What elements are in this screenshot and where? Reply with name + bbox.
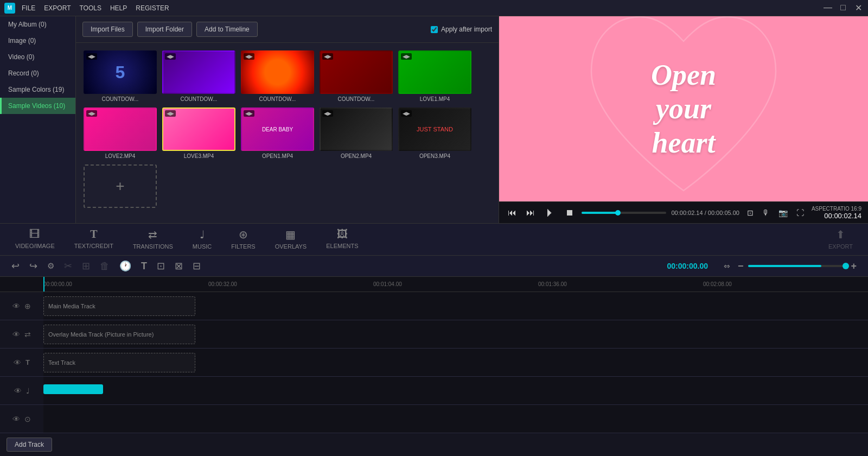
menu-file[interactable]: FILE	[22, 4, 35, 12]
list-item[interactable]: ◀▶ OPEN2.MP4	[320, 107, 393, 159]
close-icon[interactable]: ✕	[853, 3, 864, 13]
apply-checkbox-input[interactable]	[431, 26, 438, 33]
list-item[interactable]: ◀▶ COUNTDOW...	[162, 50, 235, 102]
aspect-label: ASPECTRATIO 16:9	[812, 206, 861, 212]
sidebar-item-samplecolors[interactable]: Sample Colors (19)	[0, 81, 75, 98]
list-item[interactable]: ◀▶ LOVE1.MP4	[398, 50, 471, 102]
add-track-section: Add Track	[0, 433, 868, 456]
minimize-icon[interactable]: —	[822, 3, 833, 13]
zoom-out-button[interactable]: ⇔	[721, 261, 733, 271]
apply-after-import-checkbox[interactable]: Apply after import	[431, 26, 492, 33]
list-item[interactable]: ◀▶ COUNTDOW...	[320, 50, 393, 102]
zoom-bar[interactable]	[748, 265, 846, 267]
audio-button[interactable]: 🎙	[760, 207, 772, 218]
tab-transitions[interactable]: ⇄ TRANSITIONS	[123, 224, 183, 255]
menu-help[interactable]: HELP	[110, 4, 127, 12]
list-item[interactable]: ◀▶ DEAR BABY OPEN1.MP4	[241, 107, 314, 159]
progress-bar[interactable]	[582, 212, 666, 214]
media-thumb[interactable]: ◀▶ DEAR BABY	[241, 107, 314, 151]
media-thumb[interactable]: ◀▶ 5	[84, 50, 157, 94]
tab-export[interactable]: ⬆ EXPORT	[819, 224, 863, 255]
zoom-plus-button[interactable]: +	[848, 259, 859, 273]
list-item[interactable]: ◀▶ LOVE2.MP4	[84, 107, 157, 159]
progress-handle	[615, 210, 621, 216]
media-thumb[interactable]: ◀▶	[162, 50, 235, 94]
tab-elements-label: ELEMENTS	[326, 243, 358, 249]
track-T-button[interactable]: T	[25, 358, 30, 367]
media-thumb[interactable]: ◀▶	[162, 107, 235, 151]
tab-transitions-label: TRANSITIONS	[133, 243, 173, 250]
track-eye-button[interactable]: 👁	[14, 386, 22, 396]
track-add-button[interactable]: ⊕	[24, 301, 31, 311]
track-eye-button[interactable]: 👁	[12, 414, 21, 424]
track-eye-button[interactable]: 👁	[12, 330, 21, 339]
media-thumb[interactable]: ◀▶	[320, 50, 393, 94]
clock-button[interactable]: 🕐	[117, 259, 134, 273]
media-thumb[interactable]: ◀▶	[398, 50, 471, 94]
tab-filters[interactable]: ⊛ FILTERS	[221, 224, 265, 255]
delete-button[interactable]: 🗑	[97, 259, 112, 273]
tab-elements[interactable]: 🖼 ELEMENTS	[316, 224, 368, 255]
list-item[interactable]: ◀▶ 5 COUNTDOW...	[84, 50, 157, 102]
text-button[interactable]: T	[138, 259, 150, 273]
split-button[interactable]: ⊠	[172, 259, 186, 273]
track-content-music	[43, 377, 868, 404]
fullscreen-button[interactable]: ⊡	[745, 207, 756, 218]
menu-export[interactable]: EXPORT	[44, 4, 71, 12]
tab-music[interactable]: ♩ MUSIC	[183, 224, 221, 255]
sidebar-item-video[interactable]: Video (0)	[0, 49, 75, 65]
menu-register[interactable]: REGISTER	[136, 4, 169, 12]
redo-button[interactable]: ↪	[27, 259, 40, 273]
menu-tools[interactable]: TOOLS	[79, 4, 101, 12]
video-badge: ◀▶	[165, 53, 176, 60]
track-swap-button[interactable]: ⇄	[24, 330, 31, 339]
expand-button[interactable]: ⛶	[794, 207, 806, 218]
media-thumb[interactable]: ◀▶ JUST STAND	[398, 107, 471, 151]
text-track-label: Text Track	[48, 359, 75, 366]
track-controls: 👁 T	[0, 358, 43, 368]
tab-textcredit[interactable]: T TEXT/CREDIT	[65, 224, 123, 255]
undo-button[interactable]: ↩	[9, 259, 22, 273]
skip-back-button[interactable]: ⏮	[506, 207, 519, 219]
list-item[interactable]: ◀▶ JUST STAND OPEN3.MP4	[398, 107, 471, 159]
video-badge: ◀▶	[322, 110, 333, 117]
list-item[interactable]: +	[84, 164, 157, 208]
media-thumb[interactable]: ◀▶	[84, 107, 157, 151]
maximize-icon[interactable]: □	[838, 3, 848, 13]
sidebar-item-image[interactable]: Image (0)	[0, 33, 75, 49]
track-eye-button[interactable]: 👁	[13, 358, 22, 368]
list-item[interactable]: ◀▶ COUNTDOW...	[241, 50, 314, 102]
import-folder-button[interactable]: Import Folder	[137, 22, 192, 37]
track-eye-button[interactable]: 👁	[12, 301, 21, 311]
cut-button[interactable]: ✂	[61, 259, 75, 273]
tab-overlays[interactable]: ▦ OVERLAYS	[265, 224, 317, 255]
sidebar-item-samplevideos[interactable]: Sample Videos (10)	[0, 98, 75, 114]
screenshot-button[interactable]: 📷	[776, 207, 790, 218]
sidebar-item-myalbum[interactable]: My Album (0)	[0, 16, 75, 33]
crop-button[interactable]: ⊡	[154, 259, 168, 273]
menu-bar: FILE EXPORT TOOLS HELP REGISTER	[22, 4, 169, 12]
track-row-main: 👁 ⊕ Main Media Track	[0, 292, 868, 320]
media-thumb[interactable]: ◀▶	[241, 50, 314, 94]
zoom-minus-button[interactable]: −	[735, 259, 746, 273]
tab-videoimage-label: VIDEO/IMAGE	[15, 243, 55, 249]
videoimage-icon: 🎞	[29, 228, 40, 240]
add-media-button[interactable]: +	[84, 164, 157, 208]
stop-button[interactable]: ⏹	[563, 207, 576, 219]
copy-button[interactable]: ⊞	[79, 259, 93, 273]
track-pip-button[interactable]: ⊙	[24, 414, 31, 424]
list-item[interactable]: ◀▶ LOVE3.MP4	[162, 107, 235, 159]
play-button[interactable]: ⏵	[542, 205, 558, 220]
ruler-mark: 00:02:08.00	[703, 281, 868, 287]
import-files-button[interactable]: Import Files	[82, 22, 133, 37]
track-music-button[interactable]: ♩	[25, 386, 30, 396]
add-track-button[interactable]: Add Track	[7, 438, 52, 452]
add-to-timeline-button[interactable]: Add to Timeline	[196, 22, 258, 37]
merge-button[interactable]: ⊟	[190, 259, 203, 273]
sidebar-item-record[interactable]: Record (0)	[0, 65, 75, 81]
step-back-button[interactable]: ⏭	[524, 207, 537, 219]
settings-button[interactable]: ⚙	[44, 260, 57, 272]
media-thumb[interactable]: ◀▶	[320, 107, 393, 151]
tab-videoimage[interactable]: 🎞 VIDEO/IMAGE	[5, 224, 65, 255]
ruler-mark: 00:01:04.00	[373, 281, 538, 287]
